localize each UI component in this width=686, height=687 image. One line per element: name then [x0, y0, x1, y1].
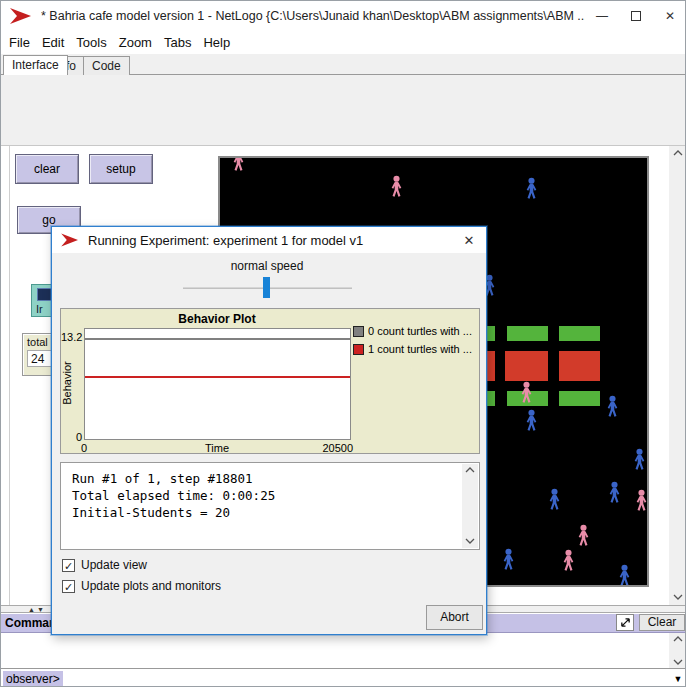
log-line: Run #1 of 1, step #18801	[72, 471, 253, 486]
dialog-close-button[interactable]: ✕	[452, 227, 486, 253]
person-turtle-pink	[519, 381, 534, 404]
dialog-title-bar: Running Experiment: experiment 1 for mod…	[52, 227, 486, 253]
dialog-speed-slider-handle[interactable]	[263, 277, 270, 298]
person-turtle-pink	[389, 175, 404, 198]
patch-green	[559, 391, 600, 406]
slider-label: Ir	[36, 303, 43, 315]
person-turtle-blue	[617, 564, 632, 587]
plot-series-line	[85, 376, 350, 378]
person-turtle-blue	[547, 488, 562, 511]
dialog-title: Running Experiment: experiment 1 for mod…	[88, 233, 363, 248]
maximize-icon	[631, 11, 641, 21]
legend-swatch-red	[353, 344, 364, 355]
minimize-button[interactable]: —	[585, 1, 619, 31]
scroll-up-icon[interactable]	[669, 636, 686, 642]
person-turtle-blue	[605, 395, 620, 418]
scroll-down-icon[interactable]	[669, 594, 686, 600]
expand-icon	[620, 617, 631, 628]
update-plots-label: Update plots and monitors	[81, 579, 221, 593]
menu-file[interactable]: File	[9, 35, 30, 50]
netlogo-window: * Bahria cafe model version 1 - NetLogo …	[0, 0, 686, 687]
log-line: Total elapsed time: 0:00:25	[72, 488, 275, 503]
scroll-down-icon[interactable]	[462, 538, 478, 544]
person-turtle-blue	[632, 448, 647, 471]
interface-vertical-scrollbar[interactable]	[669, 146, 686, 605]
scroll-up-icon[interactable]	[462, 467, 478, 473]
clear-button[interactable]: clear	[15, 154, 79, 184]
menu-zoom[interactable]: Zoom	[119, 35, 152, 50]
update-plots-checkbox[interactable]: ✓ Update plots and monitors	[62, 579, 221, 593]
patch-green	[559, 326, 600, 341]
menu-bar: File Edit Tools Zoom Tabs Help	[1, 31, 686, 54]
netlogo-logo-icon	[60, 232, 80, 248]
checkbox-icon[interactable]: ✓	[62, 559, 75, 572]
update-view-label: Update view	[81, 558, 147, 572]
patch-red	[505, 351, 548, 381]
command-output-scrollbar[interactable]	[669, 633, 686, 668]
title-bar: * Bahria cafe model version 1 - NetLogo …	[1, 1, 686, 31]
log-scrollbar[interactable]	[462, 464, 478, 548]
tab-bar: Interface Info Code	[1, 54, 686, 75]
log-line: Initial-Students = 20	[72, 505, 230, 520]
person-turtle-blue	[524, 409, 539, 432]
setup-button[interactable]: setup	[89, 154, 153, 184]
clear-command-center-button[interactable]: Clear	[639, 614, 685, 631]
legend-entry: 0 count turtles with ...	[353, 325, 479, 337]
close-button[interactable]: ✕	[653, 1, 686, 31]
y-axis-label: Behavior	[61, 353, 73, 413]
update-view-checkbox[interactable]: ✓ Update view	[62, 558, 147, 572]
tab-interface[interactable]: Interface	[3, 55, 68, 75]
checkbox-icon[interactable]: ✓	[62, 580, 75, 593]
person-turtle-blue	[524, 177, 539, 200]
menu-edit[interactable]: Edit	[42, 35, 64, 50]
observer-prompt: observer>	[3, 671, 63, 687]
monitor-value: 24	[27, 350, 53, 367]
menu-tabs[interactable]: Tabs	[164, 35, 191, 50]
command-input-row[interactable]: observer> ▼	[1, 669, 686, 687]
patch-red	[559, 351, 600, 381]
window-title: * Bahria cafe model version 1 - NetLogo …	[41, 9, 585, 23]
legend-label: 1 count turtles with ...	[368, 343, 472, 355]
tab-code[interactable]: Code	[83, 56, 130, 75]
plot-area	[84, 328, 351, 440]
plot-title: Behavior Plot	[61, 312, 373, 326]
command-output-area[interactable]	[1, 633, 686, 669]
running-experiment-dialog: Running Experiment: experiment 1 for mod…	[51, 226, 487, 635]
patch-green	[507, 326, 548, 341]
experiment-log[interactable]: Run #1 of 1, step #18801 Total elapsed t…	[60, 462, 480, 550]
menu-tools[interactable]: Tools	[76, 35, 106, 50]
slider-handle-icon	[37, 288, 52, 301]
x-max-tick: 20500	[311, 442, 353, 454]
person-turtle-pink	[561, 549, 576, 572]
legend-label: 0 count turtles with ...	[368, 325, 472, 337]
interface-toolbar: Edit Delete Add abc Button normal speed	[1, 75, 686, 146]
expand-command-center-button[interactable]	[616, 614, 634, 631]
legend-entry: 1 count turtles with ...	[353, 343, 479, 355]
y-max-tick: 13.2	[61, 331, 82, 343]
menu-help[interactable]: Help	[203, 35, 230, 50]
history-dropdown-icon[interactable]: ▼	[671, 672, 685, 685]
abort-button[interactable]: Abort	[426, 605, 483, 630]
person-turtle-blue	[501, 548, 516, 571]
person-turtle-blue	[607, 481, 622, 504]
person-turtle-pink	[231, 156, 246, 172]
legend-swatch-gray	[353, 326, 364, 337]
splitter-arrows-icon[interactable]: ▲▼	[28, 606, 46, 613]
plot-series-line	[85, 338, 350, 340]
scroll-up-icon[interactable]	[669, 150, 686, 156]
dialog-speed-label: normal speed	[182, 259, 352, 273]
maximize-button[interactable]	[619, 1, 653, 31]
netlogo-logo-icon	[9, 6, 33, 26]
canvas-left-border	[9, 146, 10, 605]
person-turtle-pink	[576, 524, 591, 547]
behavior-plot: Behavior Plot 13.2 0 Behavior 0 Time 205…	[60, 308, 480, 454]
person-turtle-pink	[634, 489, 649, 512]
scroll-down-icon[interactable]	[669, 659, 686, 665]
